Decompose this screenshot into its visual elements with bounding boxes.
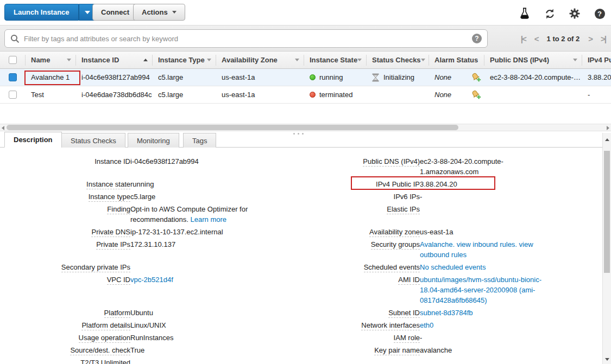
field-value: RunInstances: [130, 331, 300, 344]
field-value-ipv4-public-ip: 3.88.204.20: [420, 178, 550, 190]
table-row[interactable]: Avalanche 1 i-04c6e938f127ab994 c5.large…: [0, 69, 611, 86]
panel-resize-handle[interactable]: [293, 133, 304, 135]
gear-icon[interactable]: [569, 8, 581, 20]
ec2-console: Launch Instance Connect Actions: [0, 0, 611, 364]
desc-row: T2/T3 Unlimited: [0, 356, 550, 364]
row-checkbox[interactable]: [9, 73, 17, 81]
desc-row: Usage operation RunInstances IAM role -: [0, 331, 550, 344]
column-header-public-dns[interactable]: Public DNS (IPv4): [484, 55, 582, 66]
desc-row: Instance state running IPv4 Public IP 3.…: [0, 178, 550, 190]
search-box[interactable]: ?: [4, 29, 488, 48]
flask-icon[interactable]: [519, 8, 531, 20]
column-header-alarm-status[interactable]: Alarm Status: [429, 55, 484, 66]
scroll-left-icon[interactable]: [2, 126, 4, 130]
table-row[interactable]: Test i-04e6dae738db6d84c c5.large us-eas…: [0, 86, 611, 104]
last-page-icon[interactable]: >|: [601, 34, 606, 43]
sort-asc-icon[interactable]: [143, 59, 148, 61]
network-interface-link[interactable]: eth0: [420, 321, 433, 329]
horizontal-scrollbar[interactable]: [0, 124, 611, 131]
horizontal-scrollbar-thumb[interactable]: [7, 125, 458, 130]
question-glyph: ?: [595, 9, 605, 19]
row-checkbox[interactable]: [9, 91, 17, 99]
pagination: |< < 1 to 2 of 2 > >|: [521, 25, 606, 52]
column-header-availability-zone[interactable]: Availability Zone: [216, 55, 304, 66]
vpc-id-link[interactable]: vpc-2b521d4f: [130, 276, 173, 284]
first-page-icon[interactable]: |<: [521, 34, 526, 43]
instance-id-cell: i-04e6dae738db6d84c: [76, 91, 153, 99]
learn-more-link[interactable]: Learn more: [191, 215, 226, 223]
instances-table: Name Instance ID Instance Type Availabil…: [0, 52, 611, 124]
sort-icon[interactable]: [573, 59, 577, 61]
chevron-down-icon: [85, 11, 90, 14]
scroll-down-icon[interactable]: [605, 358, 609, 361]
help-icon[interactable]: ?: [594, 8, 606, 20]
launch-instance-button[interactable]: Launch Instance: [4, 4, 79, 21]
bell-plus-icon[interactable]: [471, 72, 481, 82]
scroll-right-icon[interactable]: [607, 126, 609, 130]
ami-id-link[interactable]: ubuntu/images/hvm-ssd/ubuntu-bionic-18.0…: [420, 276, 541, 304]
field-label: Platform: [104, 309, 130, 318]
availability-zone-cell: us-east-1a: [216, 91, 304, 99]
sort-icon[interactable]: [207, 59, 211, 61]
filter-bar: ? |< < 1 to 2 of 2 > >|: [0, 25, 611, 52]
actions-button[interactable]: Actions: [133, 4, 185, 21]
search-icon: [10, 34, 20, 43]
pagination-label: 1 to 2 of 2: [547, 35, 580, 43]
tab-monitoring[interactable]: Monitoring: [128, 133, 179, 148]
vertical-scrollbar[interactable]: [602, 133, 611, 364]
security-groups-link[interactable]: Avalanche. view inbound rules. view outb…: [420, 240, 533, 259]
field-label: Secondary private IPs: [61, 263, 130, 272]
description-panel: Instance ID i-04c6e938f127ab994 Public D…: [0, 148, 602, 364]
field-label: IPv4 Public IP: [376, 180, 420, 189]
field-value: ip-172-31-10-137.ec2.internal: [130, 226, 300, 238]
column-header-ipv4[interactable]: IPv4 Public IP: [582, 55, 611, 66]
column-header-name[interactable]: Name: [26, 55, 76, 66]
field-value: [420, 356, 550, 364]
column-header-instance-id[interactable]: Instance ID: [76, 55, 153, 66]
tab-tags[interactable]: Tags: [183, 133, 216, 148]
column-header-instance-type[interactable]: Instance Type: [153, 55, 216, 66]
scheduled-events-link[interactable]: No scheduled events: [420, 263, 486, 271]
desc-row: Instance type c5.large IPv6 IPs -: [0, 190, 550, 203]
vertical-scrollbar-thumb[interactable]: [604, 151, 610, 273]
launch-instance-label: Launch Instance: [14, 8, 70, 16]
refresh-icon[interactable]: [544, 8, 556, 20]
next-page-icon[interactable]: >: [588, 34, 592, 43]
tab-status-checks[interactable]: Status Checks: [61, 133, 125, 148]
toolbar: Launch Instance Connect Actions: [0, 0, 611, 25]
field-value: Linux/UNIX: [130, 319, 300, 331]
alarm-status-cell: None: [429, 72, 484, 82]
filter-input[interactable]: [24, 35, 472, 43]
availability-zone-cell: us-east-1a: [216, 73, 304, 81]
desc-row: Platform details Linux/UNIX Network inte…: [0, 319, 550, 331]
sort-icon[interactable]: [421, 59, 425, 61]
field-value: us-east-1a: [420, 226, 550, 238]
search-help-icon[interactable]: ?: [472, 34, 482, 43]
status-checks-cell: Initializing: [367, 73, 429, 82]
field-label: Platform details: [81, 321, 130, 330]
sort-icon[interactable]: [357, 59, 362, 61]
field-value: avalanche: [420, 344, 550, 356]
tab-description[interactable]: Description: [4, 132, 62, 148]
row-select-cell: [0, 91, 26, 99]
field-label: IPv6 IPs: [394, 193, 420, 201]
sort-icon[interactable]: [67, 59, 71, 61]
connect-button[interactable]: Connect: [92, 4, 138, 21]
desc-row: Private IPs 172.31.10.137 Security group…: [0, 238, 550, 261]
field-label: AMI ID: [398, 276, 420, 285]
sort-icon[interactable]: [295, 59, 299, 61]
column-header-status-checks[interactable]: Status Checks: [367, 55, 429, 66]
field-label: Availability zone: [369, 228, 420, 237]
field-label: Instance state: [86, 180, 130, 189]
subnet-id-link[interactable]: subnet-8d3784fb: [420, 309, 473, 317]
bell-plus-icon[interactable]: [471, 90, 481, 100]
prev-page-icon[interactable]: <: [534, 34, 538, 43]
field-label: Security groups: [371, 240, 420, 250]
desc-row: Source/dest. check True Key pair name av…: [0, 344, 550, 356]
red-dot-icon: [310, 92, 316, 98]
select-all-checkbox[interactable]: [9, 56, 17, 64]
scroll-up-icon[interactable]: [605, 138, 609, 141]
column-header-instance-state[interactable]: Instance State: [304, 55, 367, 66]
field-label: Elastic IPs: [387, 205, 420, 214]
field-label: Private DNS: [91, 228, 130, 237]
